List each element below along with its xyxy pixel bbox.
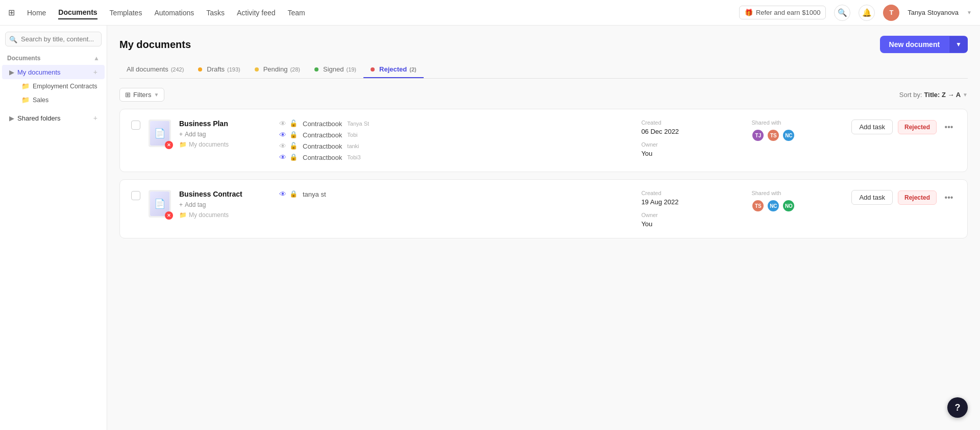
signer-eye-icon[interactable]: 👁	[279, 131, 286, 139]
signer-eye-icon[interactable]: 👁	[279, 153, 286, 161]
employment-contracts-label: Employment Contracts	[33, 83, 97, 90]
tab-drafts[interactable]: Drafts(193)	[191, 61, 247, 78]
tab-pending-label: Pending	[263, 65, 288, 73]
signer-lock-icon[interactable]: 🔒	[289, 131, 298, 139]
grid-icon[interactable]: ⊞	[8, 8, 15, 17]
shared-avatar: TS	[767, 129, 780, 142]
sidebar-item-shared-folders[interactable]: ▶ Shared folders +	[2, 111, 105, 125]
folder-icon-sales: 📁	[21, 96, 30, 104]
nav-automations[interactable]: Automations	[154, 7, 194, 19]
signer-icons-0: 👁 🔒	[279, 190, 298, 198]
tab-rejected-label: Rejected	[379, 65, 407, 73]
sidebar: 🔍 Documents ▲ ▶ My documents + 📁 Employm…	[0, 26, 107, 430]
add-my-documents-icon[interactable]: +	[93, 68, 97, 76]
avatar-initials: T	[889, 9, 893, 16]
user-name[interactable]: Tanya Stoyanova	[908, 9, 959, 16]
help-button[interactable]: ?	[947, 397, 968, 418]
doc-folder: 📁 My documents	[179, 211, 261, 219]
sidebar-section-caret[interactable]: ▲	[93, 55, 100, 62]
shared-avatar: NC	[767, 199, 780, 212]
tab-pending[interactable]: Pending(28)	[248, 61, 307, 78]
avatar[interactable]: T	[883, 5, 899, 21]
sort-caret-icon: ▼	[963, 92, 968, 98]
owner-value: You	[641, 220, 743, 228]
new-document-caret-icon[interactable]: ▼	[949, 36, 968, 53]
tab-all-label: All documents	[127, 65, 168, 73]
more-options-button[interactable]: •••	[942, 120, 956, 134]
tab-rejected-count: (2)	[409, 66, 416, 73]
signer-lock-icon[interactable]: 🔒	[289, 153, 298, 161]
add-shared-folder-icon[interactable]: +	[93, 114, 97, 122]
filters-row: ⊞ Filters ▼ Sort by: Title: Z → A ▼	[119, 88, 968, 102]
sidebar-item-employment-contracts[interactable]: 📁 Employment Contracts	[14, 79, 105, 93]
tab-signed[interactable]: Signed(19)	[307, 61, 363, 78]
signer-name: Contractbook	[303, 131, 342, 139]
page-title: My documents	[119, 39, 191, 51]
sort-by-label: Sort by:	[899, 91, 922, 99]
doc-actions: Add task Rejected •••	[851, 190, 956, 205]
sidebar-search-icon: 🔍	[9, 35, 17, 43]
refer-earn-button[interactable]: 🎁 Refer and earn $1000	[739, 6, 826, 19]
nav-activity-feed[interactable]: Activity feed	[237, 7, 275, 19]
document-card-business-contract: 📄 ✕ Business Contract + Add tag 📁 My doc…	[119, 179, 968, 238]
nav-team[interactable]: Team	[288, 7, 305, 19]
signer-sub: Tobi3	[347, 154, 360, 160]
signer-eye-icon[interactable]: 👁	[279, 120, 286, 128]
doc-rejected-icon: ✕	[165, 141, 173, 149]
signers-list: 👁 🔒 tanya st	[269, 190, 633, 198]
doc-thumbnail: 📄 ✕	[149, 190, 171, 218]
signer-row: 👁 🔒 tanya st	[279, 190, 633, 198]
nav-tasks[interactable]: Tasks	[206, 7, 225, 19]
nav-documents[interactable]: Documents	[58, 6, 97, 19]
search-button[interactable]: 🔍	[834, 5, 850, 21]
signer-eye-icon[interactable]: 👁	[279, 142, 286, 150]
document-icon: 📄	[154, 198, 165, 209]
doc-checkbox[interactable]	[131, 191, 140, 200]
signer-row: 👁 🔒 Contractbook Tobi3	[279, 153, 633, 161]
signer-row: 👁 🔒 Contractbook Tobi	[279, 131, 633, 139]
drafts-dot-icon	[198, 67, 202, 71]
add-tag-label: Add tag	[185, 131, 206, 138]
signer-lock-icon[interactable]: 🔓	[289, 120, 298, 128]
doc-actions: Add task Rejected •••	[851, 120, 956, 134]
sidebar-search-container: 🔍	[5, 32, 102, 46]
tab-rejected[interactable]: Rejected(2)	[363, 61, 424, 78]
tab-all[interactable]: All documents(242)	[119, 61, 191, 78]
shared-avatar: TJ	[751, 129, 765, 142]
doc-shared-with: Shared with TJ TS NC	[751, 120, 843, 142]
signer-lock-icon[interactable]: 🔓	[289, 142, 298, 150]
signer-icons-1: 👁 🔒	[279, 131, 298, 139]
tab-signed-count: (19)	[346, 66, 356, 73]
signer-lock-icon[interactable]: 🔒	[289, 190, 298, 198]
doc-card-inner: 📄 ✕ Business Contract + Add tag 📁 My doc…	[131, 190, 956, 228]
sort-value: Title: Z → A	[924, 91, 961, 99]
created-label: Created	[641, 120, 743, 126]
signer-name: Contractbook	[303, 154, 342, 161]
notifications-button[interactable]: 🔔	[859, 5, 875, 21]
user-chevron-icon[interactable]: ▼	[967, 10, 972, 15]
signer-name: tanya st	[303, 190, 326, 198]
filters-button[interactable]: ⊞ Filters ▼	[119, 88, 164, 102]
doc-meta: Created 06 Dec 2022 Owner You	[641, 120, 743, 157]
sidebar-sub-items: 📁 Employment Contracts 📁 Sales	[0, 79, 107, 107]
shared-avatars-row: TS NC NO	[751, 199, 843, 212]
nav-templates[interactable]: Templates	[110, 7, 142, 19]
add-tag-button[interactable]: + Add tag	[179, 201, 261, 208]
doc-checkbox[interactable]	[131, 121, 140, 130]
folder-icon: 📁	[21, 82, 30, 90]
shared-avatar: TS	[751, 199, 765, 212]
nav-home[interactable]: Home	[27, 7, 46, 19]
owner-label: Owner	[641, 141, 743, 148]
sidebar-item-sales[interactable]: 📁 Sales	[14, 93, 105, 107]
sidebar-item-my-documents[interactable]: ▶ My documents +	[2, 65, 105, 79]
sort-control[interactable]: Sort by: Title: Z → A ▼	[899, 91, 968, 99]
more-options-button[interactable]: •••	[942, 190, 956, 205]
signer-eye-icon[interactable]: 👁	[279, 190, 286, 198]
new-document-button[interactable]: New document ▼	[880, 36, 968, 53]
doc-card-inner: 📄 ✕ Business Plan + Add tag 📁 My documen…	[131, 120, 956, 161]
plus-icon: +	[179, 201, 183, 208]
search-input[interactable]	[5, 32, 102, 46]
add-task-button[interactable]: Add task	[851, 120, 893, 134]
add-task-button[interactable]: Add task	[851, 190, 893, 205]
add-tag-button[interactable]: + Add tag	[179, 131, 261, 138]
